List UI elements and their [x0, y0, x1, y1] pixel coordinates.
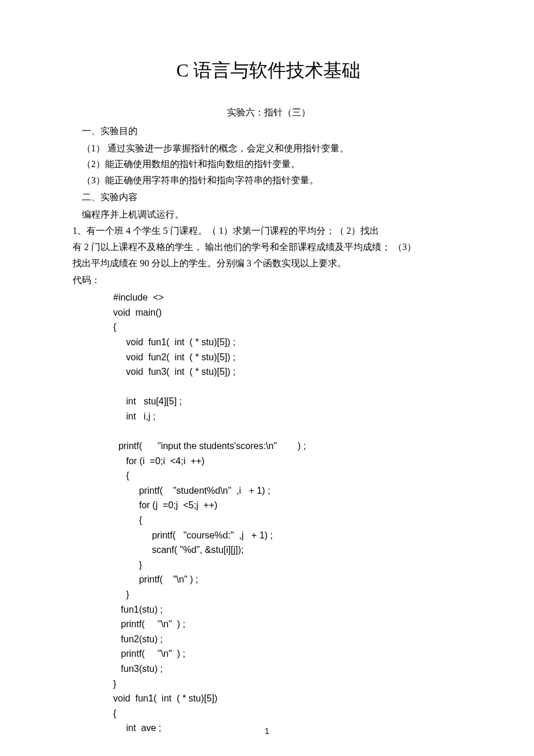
document-title: C 语言与软件技术基础	[73, 58, 464, 84]
objective-item-2: （2）能正确使用数组的指针和指向数组的指针变量。	[73, 157, 464, 172]
section-2-intro: 编程序并上机调试运行。	[73, 207, 464, 222]
objective-item-3: （3）能正确使用字符串的指针和指向字符串的指针变量。	[73, 173, 464, 188]
code-listing: #include <> void main() { void fun1( int…	[113, 290, 464, 736]
problem-line-3: 找出平均成绩在 90 分以上的学生。分别编 3 个函数实现以上要求。	[73, 256, 464, 271]
section-1-header: 一、实验目的	[73, 124, 464, 139]
problem-line-1: 1、有一个班 4 个学生 5 门课程。（ 1）求第一门课程的平均分；（ 2）找出	[73, 223, 464, 238]
section-2-header: 二、实验内容	[73, 190, 464, 205]
objective-item-1: （1） 通过实验进一步掌握指针的概念，会定义和使用指针变量。	[73, 141, 464, 156]
document-page: C 语言与软件技术基础 实验六：指针（三） 一、实验目的 （1） 通过实验进一步…	[0, 0, 534, 756]
experiment-subtitle: 实验六：指针（三）	[73, 107, 464, 119]
problem-line-2: 有 2 门以上课程不及格的学生， 输出他们的学号和全部课程成绩及平均成绩； （3…	[73, 240, 464, 255]
page-number: 1	[0, 726, 534, 736]
code-label: 代码：	[73, 273, 464, 288]
